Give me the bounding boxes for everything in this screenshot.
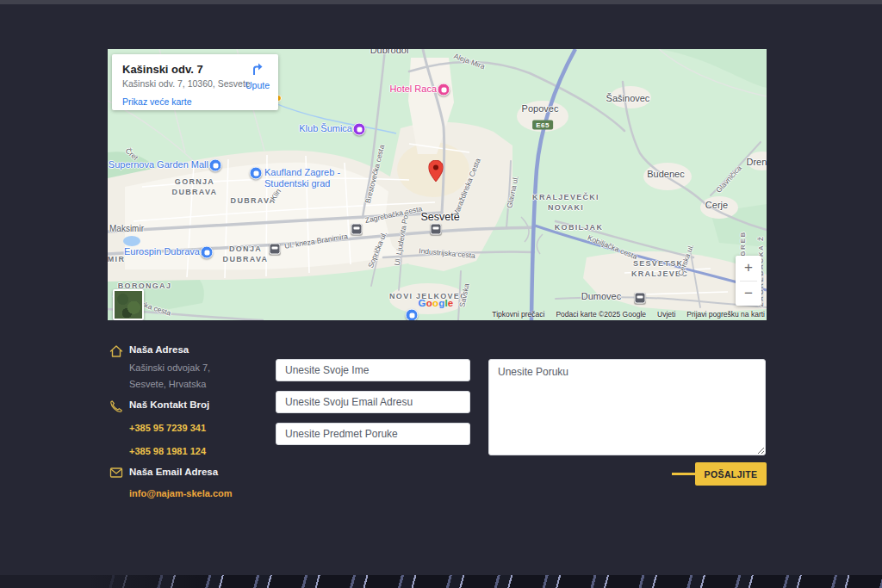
map-label: MIR bbox=[108, 254, 125, 264]
map-label: Šašinovec bbox=[606, 93, 650, 103]
email-title: Naša Email Adresa bbox=[129, 467, 282, 477]
map-zoom-controls: + − bbox=[736, 256, 761, 306]
train-station-icon[interactable] bbox=[431, 224, 442, 235]
poi-icon[interactable] bbox=[438, 84, 450, 96]
footer-decoration bbox=[0, 575, 882, 588]
map-label: GORNJA DUBRAVA bbox=[160, 176, 229, 197]
map-embed[interactable]: DubrodolPopovecŠašinovecBudenecCerjeDren… bbox=[108, 49, 767, 320]
poi-icon[interactable] bbox=[209, 159, 222, 172]
map-label: Maksimir bbox=[109, 224, 144, 233]
satellite-view-toggle[interactable] bbox=[113, 289, 144, 320]
attribution-link[interactable]: Tipkovni prečaci bbox=[492, 310, 544, 319]
train-station-icon[interactable] bbox=[351, 224, 363, 235]
map-label: Popovec bbox=[522, 103, 559, 114]
send-button[interactable]: POŠALJITE bbox=[695, 462, 767, 486]
mail-icon bbox=[109, 467, 123, 479]
contact-phone-block: Naš Kontakt Broj +385 95 7239 341 +385 9… bbox=[109, 399, 282, 456]
map-label: Zagrebačka cesta bbox=[364, 204, 423, 225]
poi-icon[interactable] bbox=[201, 246, 214, 259]
address-text: Kašinski odvojak 7, Sesvete, Hrvatska bbox=[129, 360, 245, 393]
map-pin-icon[interactable] bbox=[429, 160, 444, 185]
zoom-out-button[interactable]: − bbox=[736, 282, 761, 306]
phone-number-1[interactable]: +385 95 7239 341 bbox=[129, 423, 282, 433]
directions-icon bbox=[250, 62, 265, 76]
map-label: Glavna ul. bbox=[505, 175, 520, 209]
zoom-in-button[interactable]: + bbox=[736, 256, 761, 281]
map-label: Ul. kneza Branimira bbox=[284, 232, 349, 250]
page: DubrodolPopovecŠašinovecBudenecCerjeDren… bbox=[0, 0, 882, 588]
contact-email-block: Naša Email Adresa info@najam-skela.com bbox=[109, 467, 282, 498]
attribution-link[interactable]: Podaci karte ©2025 Google bbox=[556, 310, 646, 319]
map-label: Aleja Mira bbox=[453, 52, 487, 71]
map-label: Dumovec bbox=[581, 291, 621, 301]
email-input[interactable] bbox=[276, 391, 470, 413]
directions-label: Upute bbox=[245, 80, 270, 90]
route-shield-e65: E65 bbox=[532, 121, 553, 130]
map-label: KOBILJAK bbox=[555, 222, 603, 232]
map-label: Soprička ul. bbox=[366, 231, 388, 269]
map-label: Varaždinska Cesta bbox=[451, 157, 482, 216]
map-label: Dubrodol bbox=[370, 49, 409, 55]
poi-icon[interactable] bbox=[406, 309, 419, 321]
poi-icon[interactable] bbox=[353, 123, 366, 136]
google-logo-letter: o bbox=[432, 298, 438, 308]
name-input[interactable] bbox=[276, 359, 470, 381]
attribution-link[interactable]: Prijavi pogrešku na karti bbox=[686, 310, 765, 319]
poi-label[interactable]: Kaufland Zagreb - Studentski grad bbox=[264, 167, 346, 189]
home-icon bbox=[109, 344, 123, 358]
map-label: Brestovečka cesta bbox=[363, 144, 387, 204]
google-logo-letter: G bbox=[419, 298, 426, 308]
contact-address-block: Naša Adresa Kašinski odvojak 7, Sesvete,… bbox=[109, 344, 282, 393]
address-title: Naša Adresa bbox=[129, 344, 282, 355]
view-larger-map-link[interactable]: Prikaz veće karte bbox=[122, 96, 268, 107]
directions-button[interactable]: Upute bbox=[245, 62, 270, 90]
map-label: KRALJEVEČKI NOVAKI bbox=[527, 192, 605, 213]
google-logo-letter: e bbox=[448, 298, 454, 308]
train-station-icon[interactable] bbox=[635, 293, 646, 304]
google-logo-letter: g bbox=[438, 298, 444, 308]
map-label: GREB bbox=[739, 231, 747, 257]
poi-label[interactable]: Hotel Raca bbox=[390, 84, 437, 94]
phone-icon bbox=[109, 399, 123, 413]
map-label: Budenec bbox=[647, 169, 684, 179]
map-label: Cerje bbox=[705, 200, 728, 210]
train-station-icon[interactable] bbox=[270, 244, 281, 255]
map-label: Kobiljačka cesta bbox=[587, 233, 639, 261]
poi-label[interactable]: Eurospin Dubrava bbox=[124, 246, 200, 257]
email-address[interactable]: info@najam-skela.com bbox=[129, 488, 282, 498]
map-label: Drenčec bbox=[747, 157, 767, 167]
phone-title: Naš Kontakt Broj bbox=[129, 399, 282, 410]
map-label: Ul. Ljudevita Pos bbox=[393, 211, 411, 267]
subject-input[interactable] bbox=[276, 423, 470, 445]
google-logo[interactable]: Google bbox=[419, 298, 454, 308]
map-label: Industrijska cesta bbox=[419, 246, 475, 260]
phone-number-2[interactable]: +385 98 1981 124 bbox=[129, 446, 282, 456]
map-info-card: Kašinski odv. 7 Kašinski odv. 7, 10360, … bbox=[112, 54, 278, 110]
poi-icon[interactable] bbox=[250, 167, 263, 180]
top-strip bbox=[0, 0, 882, 4]
message-textarea[interactable] bbox=[488, 359, 766, 455]
map-attribution: Tipkovni prečaciPodaci karte ©2025 Googl… bbox=[492, 310, 765, 319]
attribution-link[interactable]: Uvjeti bbox=[657, 310, 675, 319]
poi-label[interactable]: Supernova Garden Mall bbox=[109, 159, 208, 170]
poi-label[interactable]: Klub Šumica bbox=[299, 123, 352, 133]
map-label: Glavničica bbox=[714, 164, 743, 195]
